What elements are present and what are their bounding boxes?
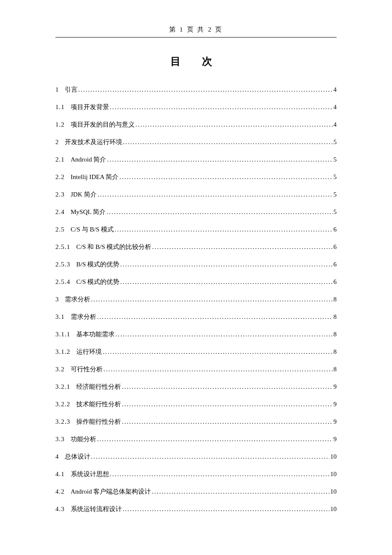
toc-list: 1引言41.1项目开发背景41.2项目开发的目的与意义42开发技术及运行环境52… bbox=[55, 85, 337, 514]
toc-item-page: 9 bbox=[333, 435, 337, 444]
toc-item-number: 3.3 bbox=[55, 435, 65, 444]
toc-leader-dots bbox=[90, 452, 330, 461]
toc-item: 2.5C/S 与 B/S 模式6 bbox=[55, 225, 337, 234]
toc-item-page: 5 bbox=[333, 190, 337, 199]
toc-leader-dots bbox=[96, 435, 333, 444]
toc-leader-dots bbox=[135, 120, 333, 129]
toc-item-label: 操作能行性分析 bbox=[76, 417, 121, 426]
toc-item: 1.2项目开发的目的与意义4 bbox=[55, 120, 337, 129]
toc-item-number: 3.1.2 bbox=[55, 347, 70, 356]
toc-item-number: 3.1.1 bbox=[55, 330, 70, 339]
toc-item-label: 功能分析 bbox=[71, 435, 96, 444]
toc-leader-dots bbox=[103, 365, 333, 374]
toc-leader-dots bbox=[109, 470, 329, 479]
toc-item: 3.2.2技术能行性分析9 bbox=[55, 400, 337, 409]
toc-leader-dots bbox=[107, 155, 333, 164]
toc-leader-dots bbox=[115, 330, 333, 339]
toc-item-number: 2.5 bbox=[55, 225, 65, 234]
page-header: 第 1 页 共 2 页 bbox=[55, 26, 337, 38]
toc-leader-dots bbox=[90, 295, 333, 304]
toc-leader-dots bbox=[122, 505, 329, 514]
toc-item-page: 10 bbox=[329, 505, 337, 514]
toc-item: 3.2可行性分析8 bbox=[55, 365, 337, 374]
toc-item-page: 6 bbox=[333, 260, 337, 269]
toc-item-page: 4 bbox=[333, 120, 337, 129]
toc-item-label: 运行环境 bbox=[76, 347, 102, 356]
toc-item-number: 4.3 bbox=[55, 505, 65, 514]
toc-item-label: 总体设计 bbox=[65, 452, 90, 461]
toc-item-label: 引言 bbox=[65, 85, 78, 94]
toc-item-page: 5 bbox=[333, 155, 337, 164]
toc-item-page: 10 bbox=[329, 452, 337, 461]
toc-title: 目 次 bbox=[55, 55, 337, 68]
toc-leader-dots bbox=[121, 400, 333, 409]
toc-item-page: 4 bbox=[333, 103, 337, 112]
toc-leader-dots bbox=[78, 85, 333, 94]
toc-item-number: 3.2 bbox=[55, 365, 65, 374]
toc-item-page: 10 bbox=[329, 470, 337, 479]
toc-item-label: 需求分析 bbox=[65, 295, 90, 304]
toc-leader-dots bbox=[151, 243, 332, 251]
toc-item: 2.3JDK 简介5 bbox=[55, 190, 337, 199]
toc-item-page: 8 bbox=[333, 365, 337, 374]
toc-item-page: 8 bbox=[333, 295, 337, 304]
toc-item: 1.1项目开发背景4 bbox=[55, 103, 337, 112]
toc-item-label: 经济能行性分析 bbox=[76, 382, 121, 391]
toc-item-number: 2.1 bbox=[55, 155, 65, 164]
toc-item-label: 开发技术及运行环境 bbox=[65, 138, 122, 147]
toc-item-number: 2.5.1 bbox=[55, 243, 70, 251]
toc-item-number: 2.5.4 bbox=[55, 278, 70, 286]
toc-item-page: 9 bbox=[333, 382, 337, 391]
toc-item-label: Intellij IDEA 简介 bbox=[71, 173, 119, 182]
toc-leader-dots bbox=[96, 312, 333, 321]
toc-item: 4总体设计10 bbox=[55, 452, 337, 461]
toc-item-label: 可行性分析 bbox=[71, 365, 103, 374]
toc-item-number: 1.2 bbox=[55, 120, 65, 129]
toc-item-label: C/S 模式的优势 bbox=[76, 278, 119, 286]
toc-item-page: 4 bbox=[333, 85, 337, 94]
toc-item: 4.1系统设计思想10 bbox=[55, 470, 337, 479]
toc-leader-dots bbox=[151, 487, 330, 496]
toc-item-number: 4 bbox=[55, 452, 59, 461]
toc-item-page: 6 bbox=[333, 243, 337, 251]
toc-item: 2.5.4C/S 模式的优势6 bbox=[55, 278, 337, 286]
toc-item-page: 8 bbox=[333, 347, 337, 356]
toc-item-number: 2.3 bbox=[55, 190, 65, 199]
toc-item: 4.2Android 客户端总体架构设计10 bbox=[55, 487, 337, 496]
toc-leader-dots bbox=[106, 208, 332, 217]
toc-item: 3.1.1基本功能需求8 bbox=[55, 330, 337, 339]
toc-item: 1引言4 bbox=[55, 85, 337, 94]
toc-item: 3.1需求分析8 bbox=[55, 312, 337, 321]
toc-leader-dots bbox=[102, 347, 333, 356]
toc-item-label: 需求分析 bbox=[71, 312, 96, 321]
toc-item-number: 3.2.3 bbox=[55, 417, 70, 426]
toc-item-label: 系统运转流程设计 bbox=[71, 505, 122, 514]
toc-item-label: Android 简介 bbox=[71, 155, 107, 164]
toc-item: 2.1Android 简介5 bbox=[55, 155, 337, 164]
toc-item-number: 3.2.2 bbox=[55, 400, 70, 409]
page-number-text: 第 1 页 共 2 页 bbox=[169, 26, 223, 33]
toc-item-number: 4.1 bbox=[55, 470, 65, 479]
toc-item: 2.4MySQL 简介5 bbox=[55, 208, 337, 217]
toc-item: 2.5.3B/S 模式的优势6 bbox=[55, 260, 337, 269]
toc-leader-dots bbox=[121, 417, 333, 426]
toc-item-label: 系统设计思想 bbox=[71, 470, 109, 479]
toc-item: 2开发技术及运行环境5 bbox=[55, 138, 337, 147]
toc-item-label: 项目开发的目的与意义 bbox=[71, 120, 135, 129]
toc-item-page: 9 bbox=[333, 417, 337, 426]
toc-item-page: 5 bbox=[333, 138, 337, 147]
toc-item-page: 5 bbox=[333, 173, 337, 182]
toc-item: 3.2.1经济能行性分析9 bbox=[55, 382, 337, 391]
toc-leader-dots bbox=[97, 190, 332, 199]
toc-leader-dots bbox=[119, 260, 332, 269]
toc-leader-dots bbox=[122, 138, 333, 147]
toc-item-page: 10 bbox=[329, 487, 337, 496]
toc-item-number: 3 bbox=[55, 295, 59, 304]
toc-item: 3.1.2运行环境8 bbox=[55, 347, 337, 356]
toc-item-label: JDK 简介 bbox=[71, 190, 97, 199]
toc-leader-dots bbox=[109, 103, 333, 112]
toc-item-page: 8 bbox=[333, 312, 337, 321]
toc-item-number: 2.2 bbox=[55, 173, 65, 182]
toc-item-page: 6 bbox=[333, 225, 337, 234]
toc-leader-dots bbox=[118, 173, 332, 182]
